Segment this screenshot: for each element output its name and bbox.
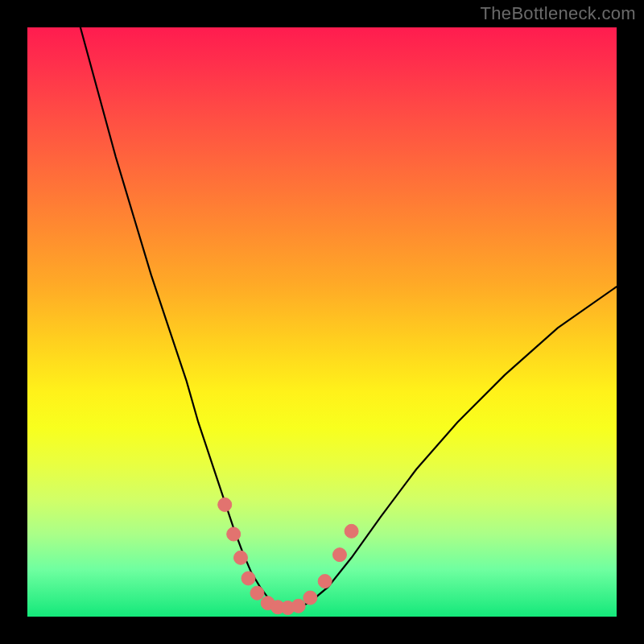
bottleneck-curve	[80, 27, 617, 608]
watermark-text: TheBottleneck.com	[481, 3, 636, 24]
curve-marker	[345, 524, 358, 538]
curve-markers	[218, 497, 358, 614]
curve-marker	[332, 548, 346, 562]
curve-marker	[250, 586, 264, 600]
curve-marker	[291, 599, 305, 613]
curve-marker	[242, 572, 255, 585]
curve-marker	[318, 575, 332, 588]
plot-area	[27, 27, 617, 617]
curve-svg	[27, 27, 617, 617]
curve-marker	[218, 497, 232, 511]
chart-frame: TheBottleneck.com	[0, 0, 644, 644]
curve-marker	[227, 527, 241, 541]
curve-marker	[233, 551, 247, 564]
curve-marker	[303, 591, 317, 605]
